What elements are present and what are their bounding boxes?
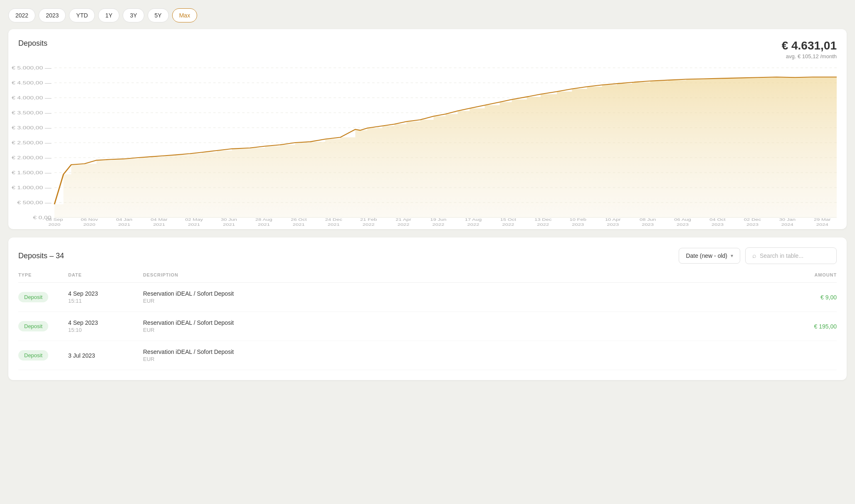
- type-badge: Deposit: [18, 350, 48, 361]
- svg-text:28 Aug: 28 Aug: [255, 217, 272, 222]
- type-cell: Deposit: [18, 312, 68, 341]
- date-cell: 3 Jul 2023: [68, 341, 143, 370]
- svg-text:21 Feb: 21 Feb: [360, 217, 377, 222]
- svg-text:2023: 2023: [572, 222, 584, 227]
- table-header: Deposits – 34 Date (new - old) ▾ ⌕ Searc…: [18, 247, 837, 264]
- svg-text:08 Sep: 08 Sep: [46, 217, 63, 222]
- svg-text:04 Jan: 04 Jan: [116, 217, 132, 222]
- svg-text:10 Apr: 10 Apr: [605, 217, 621, 222]
- svg-text:2021: 2021: [293, 222, 305, 227]
- desc-main: Reservation iDEAL / Sofort Deposit: [143, 319, 778, 326]
- desc-sub: EUR: [143, 327, 778, 333]
- svg-text:13 Dec: 13 Dec: [534, 217, 552, 222]
- search-icon: ⌕: [752, 252, 756, 259]
- sort-dropdown[interactable]: Date (new - old) ▾: [679, 248, 740, 264]
- svg-text:€ 1.500,00 —: € 1.500,00 —: [12, 170, 52, 175]
- svg-text:02 Dec: 02 Dec: [744, 217, 761, 222]
- svg-text:2024: 2024: [781, 222, 794, 227]
- period-5y[interactable]: 5Y: [148, 8, 169, 22]
- period-ytd[interactable]: YTD: [69, 8, 95, 22]
- period-max[interactable]: Max: [172, 8, 197, 22]
- svg-text:15 Oct: 15 Oct: [500, 217, 516, 222]
- search-box[interactable]: ⌕ Search in table...: [745, 247, 837, 264]
- svg-text:29 Mar: 29 Mar: [814, 217, 831, 222]
- svg-text:2022: 2022: [398, 222, 410, 227]
- svg-text:24 Dec: 24 Dec: [325, 217, 343, 222]
- period-1y[interactable]: 1Y: [98, 8, 119, 22]
- svg-text:30 Jan: 30 Jan: [779, 217, 796, 222]
- svg-text:€ 1.000,00 —: € 1.000,00 —: [12, 185, 52, 190]
- desc-cell: Reservation iDEAL / Sofort Deposit EUR: [143, 283, 778, 312]
- col-description: DESCRIPTION: [143, 272, 778, 283]
- table-card: Deposits – 34 Date (new - old) ▾ ⌕ Searc…: [8, 237, 847, 380]
- chart-card: Deposits € 4.631,01 avg. € 105,12 /month…: [8, 29, 847, 229]
- table-count: – 34: [49, 252, 64, 260]
- svg-text:2020: 2020: [48, 222, 60, 227]
- chart-title: Deposits: [18, 39, 47, 48]
- svg-text:2021: 2021: [223, 222, 235, 227]
- chevron-down-icon: ▾: [731, 253, 733, 259]
- desc-main: Reservation iDEAL / Sofort Deposit: [143, 348, 778, 355]
- period-selector: 2022 2023 YTD 1Y 3Y 5Y Max: [8, 8, 847, 22]
- table-title: Deposits – 34: [18, 252, 64, 260]
- deposits-table: TYPE DATE DESCRIPTION AMOUNT Deposit 4 S…: [18, 272, 837, 370]
- svg-text:2021: 2021: [153, 222, 165, 227]
- svg-text:2021: 2021: [188, 222, 200, 227]
- period-2023[interactable]: 2023: [39, 8, 66, 22]
- table-row: Deposit 3 Jul 2023 Reservation iDEAL / S…: [18, 341, 837, 370]
- svg-text:2022: 2022: [502, 222, 514, 227]
- svg-text:€ 3.000,00 —: € 3.000,00 —: [12, 125, 52, 130]
- svg-text:2023: 2023: [712, 222, 724, 227]
- desc-main: Reservation iDEAL / Sofort Deposit: [143, 290, 778, 297]
- svg-text:06 Nov: 06 Nov: [81, 217, 98, 222]
- date-cell: 4 Sep 2023 15:11: [68, 283, 143, 312]
- search-placeholder: Search in table...: [760, 252, 803, 259]
- svg-text:2022: 2022: [467, 222, 479, 227]
- svg-text:2021: 2021: [328, 222, 340, 227]
- svg-text:2023: 2023: [746, 222, 759, 227]
- chart-svg: € 5.000,00 — € 4.500,00 — € 4.000,00 — €…: [18, 68, 837, 217]
- type-cell: Deposit: [18, 283, 68, 312]
- date-main: 4 Sep 2023: [68, 290, 143, 297]
- chart-avg: avg. € 105,12 /month: [782, 53, 837, 59]
- svg-text:17 Aug: 17 Aug: [465, 217, 482, 222]
- svg-text:21 Apr: 21 Apr: [395, 217, 411, 222]
- type-badge: Deposit: [18, 321, 48, 331]
- svg-text:26 Oct: 26 Oct: [291, 217, 307, 222]
- date-time: 15:10: [68, 327, 143, 333]
- svg-text:04 Mar: 04 Mar: [151, 217, 168, 222]
- svg-text:2024: 2024: [816, 222, 829, 227]
- svg-text:2023: 2023: [677, 222, 689, 227]
- table-row: Deposit 4 Sep 2023 15:10 Reservation iDE…: [18, 312, 837, 341]
- svg-text:€ 2.500,00 —: € 2.500,00 —: [12, 140, 52, 145]
- svg-text:02 May: 02 May: [185, 217, 203, 222]
- svg-text:2022: 2022: [363, 222, 375, 227]
- chart-area: € 5.000,00 — € 4.500,00 — € 4.000,00 — €…: [18, 68, 837, 219]
- amount-cell: € 195,00: [778, 312, 837, 341]
- svg-text:€ 2.000,00 —: € 2.000,00 —: [12, 155, 52, 160]
- svg-text:2021: 2021: [258, 222, 270, 227]
- chart-total-amount: € 4.631,01: [782, 39, 837, 52]
- svg-text:08 Jun: 08 Jun: [640, 217, 656, 222]
- sort-label: Date (new - old): [686, 252, 727, 259]
- svg-text:€ 500,00 —: € 500,00 —: [17, 200, 51, 205]
- chart-header: Deposits € 4.631,01 avg. € 105,12 /month: [18, 39, 837, 59]
- date-cell: 4 Sep 2023 15:10: [68, 312, 143, 341]
- period-2022[interactable]: 2022: [8, 8, 35, 22]
- svg-text:€ 4.000,00 —: € 4.000,00 —: [12, 95, 52, 100]
- svg-text:€ 5.000,00 —: € 5.000,00 —: [12, 65, 52, 70]
- svg-text:2023: 2023: [607, 222, 619, 227]
- svg-text:19 Jun: 19 Jun: [430, 217, 447, 222]
- date-main: 3 Jul 2023: [68, 352, 143, 359]
- amount-cell: € 9,00: [778, 283, 837, 312]
- svg-text:2023: 2023: [642, 222, 654, 227]
- table-header-row: TYPE DATE DESCRIPTION AMOUNT: [18, 272, 837, 283]
- table-controls: Date (new - old) ▾ ⌕ Search in table...: [679, 247, 837, 264]
- period-3y[interactable]: 3Y: [123, 8, 144, 22]
- type-cell: Deposit: [18, 341, 68, 370]
- chart-total: € 4.631,01 avg. € 105,12 /month: [782, 39, 837, 59]
- col-type: TYPE: [18, 272, 68, 283]
- col-date: DATE: [68, 272, 143, 283]
- desc-cell: Reservation iDEAL / Sofort Deposit EUR: [143, 341, 778, 370]
- col-amount: AMOUNT: [778, 272, 837, 283]
